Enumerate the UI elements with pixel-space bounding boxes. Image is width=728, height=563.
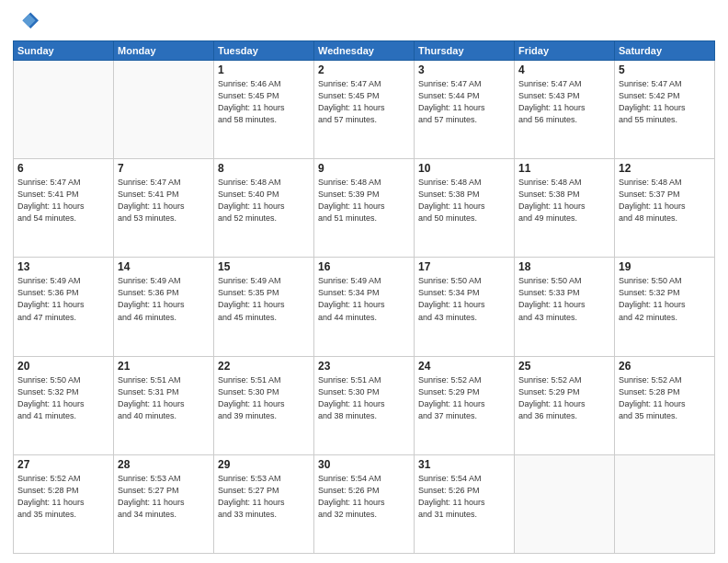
day-info: Sunrise: 5:51 AMSunset: 5:31 PMDaylight:… xyxy=(118,374,210,422)
day-number: 21 xyxy=(118,360,210,373)
day-info: Sunrise: 5:51 AMSunset: 5:30 PMDaylight:… xyxy=(218,374,310,422)
day-number: 6 xyxy=(17,162,109,175)
day-number: 26 xyxy=(619,360,711,373)
day-info: Sunrise: 5:52 AMSunset: 5:28 PMDaylight:… xyxy=(619,374,711,422)
day-info: Sunrise: 5:50 AMSunset: 5:32 PMDaylight:… xyxy=(619,275,711,323)
day-number: 20 xyxy=(17,360,109,373)
calendar-cell: 23Sunrise: 5:51 AMSunset: 5:30 PMDayligh… xyxy=(314,356,415,454)
calendar-cell: 3Sunrise: 5:47 AMSunset: 5:44 PMDaylight… xyxy=(415,61,515,159)
day-info: Sunrise: 5:48 AMSunset: 5:38 PMDaylight:… xyxy=(518,177,610,224)
calendar-cell xyxy=(615,454,715,553)
calendar-cell: 4Sunrise: 5:47 AMSunset: 5:43 PMDaylight… xyxy=(515,61,615,159)
day-number: 12 xyxy=(619,162,711,175)
day-info: Sunrise: 5:54 AMSunset: 5:26 PMDaylight:… xyxy=(418,473,510,521)
calendar-cell: 26Sunrise: 5:52 AMSunset: 5:28 PMDayligh… xyxy=(615,356,715,454)
day-number: 29 xyxy=(218,458,310,471)
day-number: 17 xyxy=(418,260,510,273)
day-number: 4 xyxy=(518,63,610,76)
calendar-cell: 16Sunrise: 5:49 AMSunset: 5:34 PMDayligh… xyxy=(314,258,415,356)
calendar-cell: 18Sunrise: 5:50 AMSunset: 5:33 PMDayligh… xyxy=(515,258,615,356)
calendar-cell xyxy=(14,61,114,159)
day-info: Sunrise: 5:48 AMSunset: 5:40 PMDaylight:… xyxy=(218,177,310,224)
day-number: 5 xyxy=(619,63,711,76)
calendar-cell: 19Sunrise: 5:50 AMSunset: 5:32 PMDayligh… xyxy=(615,258,715,356)
calendar-cell: 20Sunrise: 5:50 AMSunset: 5:32 PMDayligh… xyxy=(14,356,114,454)
calendar-cell: 10Sunrise: 5:48 AMSunset: 5:38 PMDayligh… xyxy=(415,159,515,258)
day-info: Sunrise: 5:48 AMSunset: 5:38 PMDaylight:… xyxy=(418,177,510,224)
page: SundayMondayTuesdayWednesdayThursdayFrid… xyxy=(0,0,728,563)
day-info: Sunrise: 5:47 AMSunset: 5:45 PMDaylight:… xyxy=(318,78,410,126)
day-info: Sunrise: 5:50 AMSunset: 5:33 PMDaylight:… xyxy=(518,275,610,323)
calendar-cell: 12Sunrise: 5:48 AMSunset: 5:37 PMDayligh… xyxy=(615,159,715,258)
day-info: Sunrise: 5:47 AMSunset: 5:44 PMDaylight:… xyxy=(418,78,510,126)
day-number: 7 xyxy=(118,162,210,175)
calendar-cell: 24Sunrise: 5:52 AMSunset: 5:29 PMDayligh… xyxy=(415,356,515,454)
calendar-cell: 14Sunrise: 5:49 AMSunset: 5:36 PMDayligh… xyxy=(114,258,214,356)
day-number: 24 xyxy=(418,360,510,373)
calendar-cell: 9Sunrise: 5:48 AMSunset: 5:39 PMDaylight… xyxy=(314,159,415,258)
calendar-cell: 17Sunrise: 5:50 AMSunset: 5:34 PMDayligh… xyxy=(415,258,515,356)
header xyxy=(13,9,715,35)
day-info: Sunrise: 5:49 AMSunset: 5:35 PMDaylight:… xyxy=(218,275,310,323)
day-info: Sunrise: 5:52 AMSunset: 5:29 PMDaylight:… xyxy=(418,374,510,422)
day-info: Sunrise: 5:52 AMSunset: 5:29 PMDaylight:… xyxy=(518,374,610,422)
day-number: 11 xyxy=(518,162,610,175)
day-number: 16 xyxy=(318,260,410,273)
calendar-cell xyxy=(114,61,214,159)
day-info: Sunrise: 5:49 AMSunset: 5:34 PMDaylight:… xyxy=(318,275,410,323)
calendar-week-row: 20Sunrise: 5:50 AMSunset: 5:32 PMDayligh… xyxy=(14,356,715,454)
day-number: 19 xyxy=(619,260,711,273)
calendar-cell xyxy=(515,454,615,553)
calendar-table: SundayMondayTuesdayWednesdayThursdayFrid… xyxy=(13,40,715,554)
day-info: Sunrise: 5:48 AMSunset: 5:37 PMDaylight:… xyxy=(619,177,711,224)
day-info: Sunrise: 5:49 AMSunset: 5:36 PMDaylight:… xyxy=(118,275,210,323)
day-info: Sunrise: 5:47 AMSunset: 5:41 PMDaylight:… xyxy=(17,177,109,224)
day-info: Sunrise: 5:47 AMSunset: 5:41 PMDaylight:… xyxy=(118,177,210,224)
calendar-cell: 6Sunrise: 5:47 AMSunset: 5:41 PMDaylight… xyxy=(14,159,114,258)
day-number: 27 xyxy=(17,458,109,471)
calendar-cell: 28Sunrise: 5:53 AMSunset: 5:27 PMDayligh… xyxy=(114,454,214,553)
day-number: 23 xyxy=(318,360,410,373)
weekday-header: Tuesday xyxy=(214,41,314,61)
weekday-header: Monday xyxy=(114,41,214,61)
day-number: 1 xyxy=(218,63,310,76)
day-info: Sunrise: 5:53 AMSunset: 5:27 PMDaylight:… xyxy=(218,473,310,521)
calendar-cell: 2Sunrise: 5:47 AMSunset: 5:45 PMDaylight… xyxy=(314,61,415,159)
calendar-cell: 15Sunrise: 5:49 AMSunset: 5:35 PMDayligh… xyxy=(214,258,314,356)
weekday-header: Friday xyxy=(515,41,615,61)
calendar-cell: 13Sunrise: 5:49 AMSunset: 5:36 PMDayligh… xyxy=(14,258,114,356)
calendar-cell: 5Sunrise: 5:47 AMSunset: 5:42 PMDaylight… xyxy=(615,61,715,159)
calendar-cell: 21Sunrise: 5:51 AMSunset: 5:31 PMDayligh… xyxy=(114,356,214,454)
day-number: 15 xyxy=(218,260,310,273)
day-info: Sunrise: 5:52 AMSunset: 5:28 PMDaylight:… xyxy=(17,473,109,521)
day-number: 13 xyxy=(17,260,109,273)
day-info: Sunrise: 5:54 AMSunset: 5:26 PMDaylight:… xyxy=(318,473,410,521)
day-number: 3 xyxy=(418,63,510,76)
day-number: 18 xyxy=(518,260,610,273)
day-number: 8 xyxy=(218,162,310,175)
calendar-week-row: 1Sunrise: 5:46 AMSunset: 5:45 PMDaylight… xyxy=(14,61,715,159)
day-number: 30 xyxy=(318,458,410,471)
weekday-header: Sunday xyxy=(14,41,114,61)
logo-icon xyxy=(13,9,39,35)
calendar-cell: 8Sunrise: 5:48 AMSunset: 5:40 PMDaylight… xyxy=(214,159,314,258)
day-info: Sunrise: 5:46 AMSunset: 5:45 PMDaylight:… xyxy=(218,78,310,126)
weekday-header: Saturday xyxy=(615,41,715,61)
calendar-week-row: 27Sunrise: 5:52 AMSunset: 5:28 PMDayligh… xyxy=(14,454,715,553)
day-number: 2 xyxy=(318,63,410,76)
day-number: 14 xyxy=(118,260,210,273)
day-number: 10 xyxy=(418,162,510,175)
calendar-cell: 29Sunrise: 5:53 AMSunset: 5:27 PMDayligh… xyxy=(214,454,314,553)
day-info: Sunrise: 5:47 AMSunset: 5:42 PMDaylight:… xyxy=(619,78,711,126)
calendar-cell: 25Sunrise: 5:52 AMSunset: 5:29 PMDayligh… xyxy=(515,356,615,454)
calendar-header-row: SundayMondayTuesdayWednesdayThursdayFrid… xyxy=(14,41,715,61)
day-info: Sunrise: 5:51 AMSunset: 5:30 PMDaylight:… xyxy=(318,374,410,422)
calendar-week-row: 13Sunrise: 5:49 AMSunset: 5:36 PMDayligh… xyxy=(14,258,715,356)
day-number: 9 xyxy=(318,162,410,175)
calendar-cell: 11Sunrise: 5:48 AMSunset: 5:38 PMDayligh… xyxy=(515,159,615,258)
calendar-cell: 7Sunrise: 5:47 AMSunset: 5:41 PMDaylight… xyxy=(114,159,214,258)
day-info: Sunrise: 5:48 AMSunset: 5:39 PMDaylight:… xyxy=(318,177,410,224)
day-info: Sunrise: 5:50 AMSunset: 5:34 PMDaylight:… xyxy=(418,275,510,323)
calendar-cell: 30Sunrise: 5:54 AMSunset: 5:26 PMDayligh… xyxy=(314,454,415,553)
day-number: 25 xyxy=(518,360,610,373)
